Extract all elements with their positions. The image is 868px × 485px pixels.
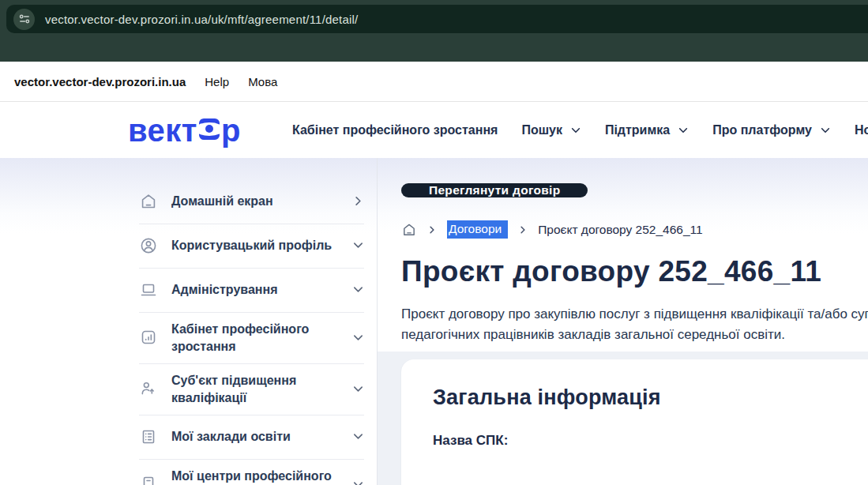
breadcrumb-current-page: Проєкт договору 252_466_11 — [538, 223, 703, 237]
logo-text-end: р — [221, 115, 241, 146]
user-circle-icon — [139, 236, 158, 255]
nav-item-cabinet[interactable]: Кабінет професійного зростання — [292, 123, 498, 137]
description-line-1: Проєкт договору про закупівлю послуг з п… — [401, 304, 868, 325]
sidebar-item-label: Мої центри професійного — [171, 468, 339, 485]
language-link[interactable]: Мова — [248, 75, 277, 88]
nav-item-about-platform[interactable]: Про платформу — [712, 123, 831, 137]
chevron-down-icon — [352, 383, 364, 395]
breadcrumb-separator-icon — [518, 225, 528, 235]
chevron-down-icon — [352, 239, 364, 251]
nav-label: Пошук — [521, 123, 562, 137]
sidebar-item-label: Суб'єкт підвищення кваліфікації — [171, 372, 339, 407]
view-agreement-button[interactable]: Переглянути договір — [401, 183, 588, 197]
person-up-icon — [139, 379, 158, 398]
logo-target-icon — [199, 118, 220, 140]
chevron-down-icon — [352, 479, 364, 485]
domain-label: vector.vector-dev.prozori.in.ua — [14, 75, 186, 88]
description-line-2: педагогічних працівників закладів загаль… — [401, 325, 868, 345]
breadcrumb-home-icon[interactable] — [401, 222, 417, 238]
logo-text-start: вект — [128, 115, 197, 146]
sidebar-item-label: Мої заклади освіти — [171, 428, 339, 446]
nav-item-support[interactable]: Підтримка — [605, 123, 689, 137]
nav-label: Кабінет професійного зростання — [292, 123, 498, 137]
nav-label: Про платформу — [712, 123, 812, 137]
center-icon — [139, 475, 158, 485]
sliders-icon[interactable] — [13, 9, 35, 30]
general-info-card: Загальна інформація Назва СПК: — [401, 359, 868, 485]
sidebar-item-growth-cabinet[interactable]: Кабінет професійного зростання — [139, 313, 377, 363]
nav-item-news[interactable]: Нови — [855, 123, 868, 137]
page-title: Проєкт договору 252_466_11 — [401, 254, 868, 289]
vektor-logo[interactable]: вектр — [128, 115, 241, 146]
chevron-down-icon — [352, 332, 364, 344]
home-icon — [139, 192, 158, 211]
sidebar-item-administration[interactable]: Адміністрування — [139, 269, 377, 312]
main-panel: Переглянути договір Договори Проєкт дого… — [378, 158, 868, 485]
sidebar: Домашній екран Користувацький профіль — [0, 158, 378, 485]
chevron-down-icon — [570, 125, 581, 136]
laptop-icon — [139, 280, 158, 299]
breadcrumb-separator-icon — [427, 225, 437, 235]
nav-label: Підтримка — [605, 123, 670, 137]
spk-name-label: Назва СПК: — [433, 433, 868, 449]
nav-item-search[interactable]: Пошук — [521, 123, 581, 137]
browser-url-bar[interactable]: vector.vector-dev.prozori.in.ua/uk/mft/a… — [6, 5, 868, 33]
breadcrumb: Договори Проєкт договору 252_466_11 — [401, 220, 868, 239]
nav-label: Нови — [855, 123, 868, 137]
bar-chart-icon — [139, 328, 158, 347]
sidebar-item-home[interactable]: Домашній екран — [139, 180, 377, 224]
chevron-right-icon — [352, 195, 364, 207]
chevron-down-icon — [678, 125, 689, 136]
sidebar-item-user-profile[interactable]: Користувацький профіль — [139, 224, 377, 268]
breadcrumb-link-agreements[interactable]: Договори — [447, 220, 508, 239]
main-nav: Кабінет професійного зростання Пошук Під… — [292, 102, 868, 158]
sidebar-item-label: Кабінет професійного зростання — [171, 321, 339, 355]
site-header: вектр Кабінет професійного зростання Пош… — [0, 102, 868, 158]
chevron-down-icon — [352, 284, 364, 295]
sidebar-item-professional-centers[interactable]: Мої центри професійного — [139, 460, 377, 485]
info-section: Загальна інформація Назва СПК: — [378, 352, 868, 485]
page-description: Проєкт договору про закупівлю послуг з п… — [401, 304, 868, 345]
browser-chrome: vector.vector-dev.prozori.in.ua/uk/mft/a… — [0, 0, 868, 62]
sidebar-item-qualification-subject[interactable]: Суб'єкт підвищення кваліфікації — [139, 364, 377, 415]
help-link[interactable]: Help — [205, 75, 229, 88]
building-icon — [139, 427, 158, 446]
domain-strip: vector.vector-dev.prozori.in.ua Help Мов… — [0, 62, 868, 102]
chevron-down-icon — [820, 125, 831, 136]
card-heading: Загальна інформація — [433, 385, 868, 410]
sidebar-item-my-institutions[interactable]: Мої заклади освіти — [139, 415, 377, 459]
chevron-down-icon — [352, 430, 364, 442]
content-area: Домашній екран Користувацький профіль — [0, 158, 868, 485]
sidebar-item-label: Користувацький профіль — [171, 237, 339, 254]
url-text[interactable]: vector.vector-dev.prozori.in.ua/uk/mft/a… — [45, 13, 358, 26]
sidebar-item-label: Адміністрування — [171, 281, 339, 299]
sidebar-item-label: Домашній екран — [171, 193, 339, 210]
